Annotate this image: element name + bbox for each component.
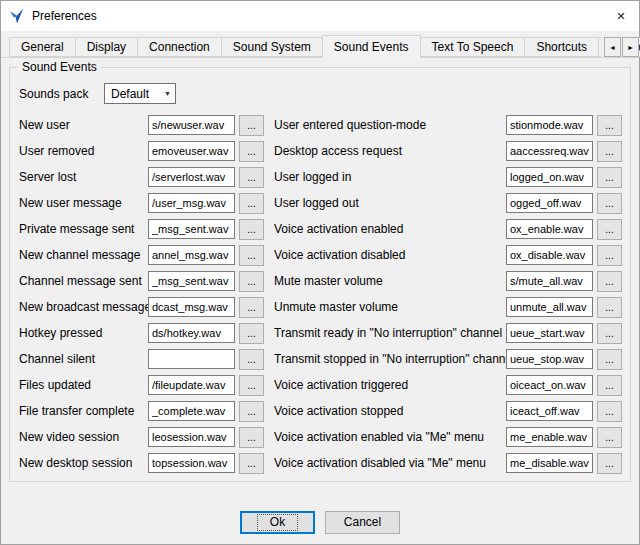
browse-button[interactable]: ... (597, 375, 622, 396)
cancel-button[interactable]: Cancel (325, 511, 400, 534)
browse-button[interactable]: ... (239, 453, 264, 474)
sound-event-file-input[interactable] (506, 349, 593, 369)
sound-event-row: New channel message... (19, 242, 264, 268)
sound-event-row: Voice activation disabled... (274, 242, 622, 268)
sound-event-file-input[interactable] (148, 349, 235, 369)
sounds-pack-label: Sounds pack (19, 87, 104, 101)
sound-event-file-input[interactable] (506, 297, 593, 317)
browse-button[interactable]: ... (597, 167, 622, 188)
tab-sound-system[interactable]: Sound System (221, 37, 323, 57)
sound-event-label: Voice activation enabled (274, 222, 506, 236)
sound-event-row: Hotkey pressed... (19, 320, 264, 346)
sound-event-file-input[interactable] (506, 271, 593, 291)
browse-button[interactable]: ... (239, 271, 264, 292)
sound-event-file-input[interactable] (148, 453, 235, 473)
browse-button[interactable]: ... (597, 245, 622, 266)
sounds-pack-row: Sounds pack Default ▼ (19, 82, 622, 105)
sound-event-label: Channel message sent (19, 274, 148, 288)
sound-event-file-input[interactable] (148, 401, 235, 421)
browse-button[interactable]: ... (597, 271, 622, 292)
sound-event-file-input[interactable] (148, 115, 235, 135)
browse-button[interactable]: ... (239, 193, 264, 214)
browse-button[interactable]: ... (239, 245, 264, 266)
sound-events-right-column: User entered question-mode...Desktop acc… (274, 112, 622, 476)
sound-event-file-input[interactable] (506, 453, 593, 473)
sound-event-file-input[interactable] (506, 375, 593, 395)
browse-button[interactable]: ... (239, 167, 264, 188)
sound-event-row: User logged in... (274, 164, 622, 190)
sound-event-file-input[interactable] (148, 193, 235, 213)
browse-button[interactable]: ... (239, 219, 264, 240)
browse-button[interactable]: ... (597, 141, 622, 162)
sound-event-file-input[interactable] (148, 245, 235, 265)
browse-button[interactable]: ... (239, 427, 264, 448)
sound-event-file-input[interactable] (148, 167, 235, 187)
browse-button[interactable]: ... (597, 401, 622, 422)
sound-event-file-input[interactable] (148, 219, 235, 239)
sound-event-label: Voice activation triggered (274, 378, 506, 392)
sound-event-label: Unmute master volume (274, 300, 506, 314)
sound-event-file-input[interactable] (148, 427, 235, 447)
sounds-pack-select[interactable]: Default ▼ (104, 83, 176, 104)
sound-event-file-input[interactable] (506, 323, 593, 343)
tab-shortcuts[interactable]: Shortcuts (524, 37, 599, 57)
sound-event-label: File transfer complete (19, 404, 148, 418)
sound-event-label: Desktop access request (274, 144, 506, 158)
sound-event-label: New desktop session (19, 456, 148, 470)
sound-event-row: Voice activation triggered... (274, 372, 622, 398)
browse-button[interactable]: ... (239, 141, 264, 162)
tab-display[interactable]: Display (75, 37, 138, 57)
ok-button[interactable]: Ok (240, 511, 315, 534)
cancel-button-label: Cancel (332, 515, 393, 529)
browse-button[interactable]: ... (597, 297, 622, 318)
ok-button-label: Ok (257, 514, 298, 531)
sound-event-file-input[interactable] (148, 271, 235, 291)
tab-scroll-right-button[interactable]: ► (622, 37, 639, 57)
sound-event-row: User removed... (19, 138, 264, 164)
browse-button[interactable]: ... (597, 115, 622, 136)
sound-event-label: Server lost (19, 170, 148, 184)
browse-button[interactable]: ... (597, 427, 622, 448)
browse-button[interactable]: ... (597, 193, 622, 214)
browse-button[interactable]: ... (239, 323, 264, 344)
browse-button[interactable]: ... (239, 297, 264, 318)
browse-button[interactable]: ... (239, 349, 264, 370)
browse-button[interactable]: ... (239, 401, 264, 422)
tab-connection[interactable]: Connection (137, 37, 222, 57)
sound-event-label: Files updated (19, 378, 148, 392)
tab-scroll-left-button[interactable]: ◄ (604, 37, 621, 57)
sound-event-file-input[interactable] (506, 167, 593, 187)
tab-strip: GeneralDisplayConnectionSound SystemSoun… (1, 31, 639, 57)
chevron-down-icon: ▼ (164, 90, 171, 97)
app-icon (9, 8, 26, 25)
sound-event-file-input[interactable] (148, 297, 235, 317)
tab-general[interactable]: General (9, 37, 76, 57)
sounds-pack-value: Default (111, 87, 149, 101)
sound-event-row: Server lost... (19, 164, 264, 190)
browse-button[interactable]: ... (597, 349, 622, 370)
sound-event-file-input[interactable] (506, 141, 593, 161)
sound-event-file-input[interactable] (506, 245, 593, 265)
sound-event-file-input[interactable] (148, 323, 235, 343)
sound-event-file-input[interactable] (506, 401, 593, 421)
sound-event-row: New video session... (19, 424, 264, 450)
browse-button[interactable]: ... (239, 115, 264, 136)
sound-event-file-input[interactable] (506, 427, 593, 447)
sound-event-label: Voice activation enabled via "Me" menu (274, 430, 506, 444)
sound-event-row: Voice activation disabled via "Me" menu.… (274, 450, 622, 476)
sound-event-label: Transmit stopped in "No interruption" ch… (274, 352, 506, 366)
sound-event-label: User entered question-mode (274, 118, 506, 132)
tab-text-to-speech[interactable]: Text To Speech (420, 37, 526, 57)
sound-event-file-input[interactable] (148, 141, 235, 161)
close-icon[interactable]: ✕ (603, 1, 639, 31)
sound-event-file-input[interactable] (148, 375, 235, 395)
sound-event-file-input[interactable] (506, 115, 593, 135)
sound-event-row: Mute master volume... (274, 268, 622, 294)
sound-event-file-input[interactable] (506, 193, 593, 213)
browse-button[interactable]: ... (597, 323, 622, 344)
browse-button[interactable]: ... (597, 453, 622, 474)
sound-event-file-input[interactable] (506, 219, 593, 239)
tab-sound-events[interactable]: Sound Events (322, 35, 421, 58)
browse-button[interactable]: ... (239, 375, 264, 396)
browse-button[interactable]: ... (597, 219, 622, 240)
